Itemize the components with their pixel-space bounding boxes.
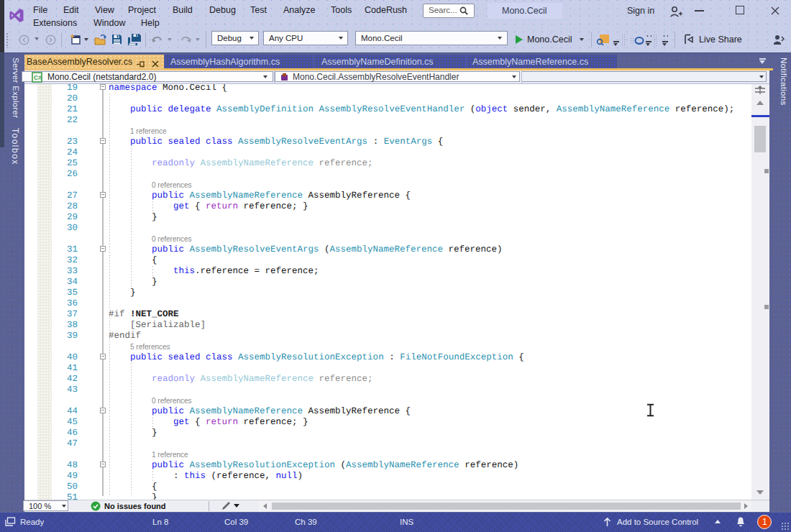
svg-text:C#: C#	[34, 74, 42, 81]
